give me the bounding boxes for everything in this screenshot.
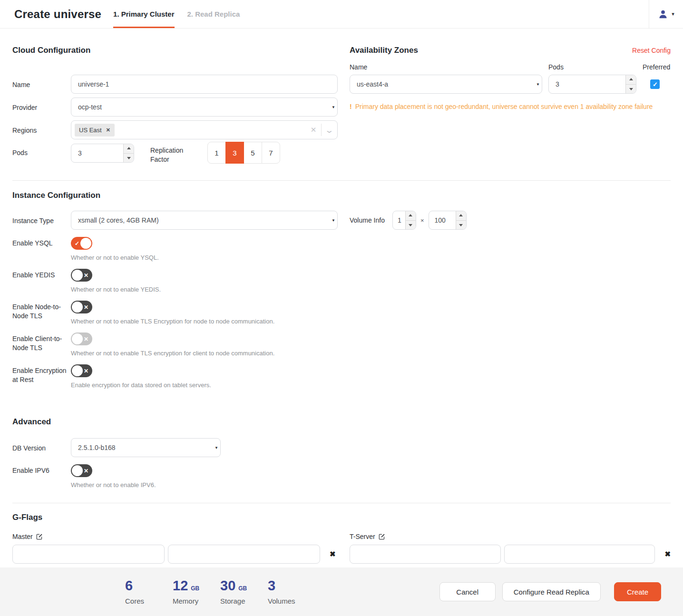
volume-info-label: Volume Info [350, 211, 385, 224]
rf-option-7[interactable]: 7 [262, 142, 280, 164]
summary-footer: 6 Cores 12GB Memory 30GB Storage 3 Volum… [0, 567, 683, 616]
configure-read-replica-button[interactable]: Configure Read Replica [502, 582, 601, 601]
toggle-state-icon [84, 336, 88, 342]
enable-yedis-toggle[interactable] [71, 269, 92, 282]
enable-client-to-node-tls-helper: Whether or not to enable TLS encryption … [71, 350, 338, 357]
master-gflags-label: Master [12, 533, 338, 540]
spinner-down-icon[interactable] [124, 154, 134, 163]
spinner-up-icon[interactable] [626, 75, 636, 85]
pods-label: Pods [12, 144, 71, 157]
tab-primary-cluster[interactable]: 1. Primary Cluster [113, 0, 174, 28]
zone-pods-stepper [548, 75, 636, 94]
user-menu[interactable]: ▾ [649, 0, 683, 28]
preferred-checkbox[interactable]: ✓ [650, 79, 660, 89]
az-preferred-header: Preferred [643, 63, 671, 71]
remove-row-icon[interactable]: ✖ [330, 550, 336, 558]
az-name-header: Name [350, 63, 542, 71]
memory-stat: 12GB Memory [173, 579, 220, 605]
toggle-knob [72, 302, 83, 313]
enable-encryption-at-rest-toggle[interactable] [71, 364, 92, 377]
enable-yedis-helper: Whether or not to enable YEDIS. [71, 286, 338, 293]
toggle-knob [72, 333, 83, 344]
remove-row-icon[interactable]: ✖ [664, 550, 671, 558]
cloud-config-heading: Cloud Configuration [12, 46, 338, 55]
geo-redundancy-warning: !Primary data placement is not geo-redun… [350, 103, 671, 110]
provider-select[interactable]: ocp-test ▼ [71, 98, 338, 117]
enable-yedis-label: Enable YEDIS [12, 269, 71, 280]
spinner-down-icon[interactable] [406, 221, 416, 230]
resource-stats: 6 Cores 12GB Memory 30GB Storage 3 Volum… [125, 579, 315, 605]
pods-stepper [71, 144, 134, 163]
volumes-stat: 3 Volumes [268, 579, 315, 605]
instance-type-select[interactable]: xsmall (2 cores, 4GB RAM) ▼ [71, 211, 338, 230]
enable-client-to-node-tls-label: Enable Client-to-Node TLS [12, 332, 71, 352]
regions-label: Regions [12, 120, 71, 135]
divider [321, 124, 322, 136]
gflags-heading: G-Flags [12, 513, 671, 522]
spinner-up-icon[interactable] [456, 211, 466, 221]
regions-multiselect[interactable]: US East ✕ ✕ ⌄ [71, 120, 338, 139]
edit-icon[interactable] [379, 533, 385, 540]
tserver-gflags-label: T-Server [350, 533, 671, 540]
enable-ysql-toggle[interactable] [71, 237, 92, 250]
enable-ysql-helper: Whether or not to enable YSQL. [71, 254, 338, 261]
app-header: Create universe 1. Primary Cluster 2. Re… [0, 0, 683, 29]
wizard-tabs: 1. Primary Cluster 2. Read Replica [113, 0, 253, 28]
advanced-heading: Advanced [12, 417, 671, 427]
enable-ipv6-toggle[interactable] [71, 464, 92, 477]
rf-option-5[interactable]: 5 [244, 142, 262, 164]
zone-pods-input[interactable] [548, 75, 636, 94]
advanced-section: Advanced DB Version 2.5.1.0-b168 ▼ Enabl… [12, 417, 671, 489]
spinner-up-icon[interactable] [406, 211, 416, 221]
spinner-up-icon[interactable] [124, 144, 134, 154]
enable-node-to-node-tls-helper: Whether or not to enable TLS Encryption … [71, 318, 338, 325]
remove-region-icon[interactable]: ✕ [106, 127, 110, 133]
toggle-knob [72, 465, 83, 476]
db-version-select[interactable]: 2.5.1.0-b168 ▼ [71, 438, 221, 457]
tserver-gflag-row: ✖ [350, 545, 671, 564]
availability-zones-section: Availability Zones Reset Config Name Pod… [350, 46, 671, 110]
cancel-button[interactable]: Cancel [439, 582, 496, 601]
select-caret-icon: ▼ [215, 446, 218, 450]
region-chip: US East ✕ [75, 124, 115, 137]
chevron-down-icon[interactable]: ⌄ [325, 127, 334, 134]
master-gflag-value-input[interactable] [168, 545, 320, 564]
provider-label: Provider [12, 98, 71, 112]
tserver-gflag-value-input[interactable] [504, 545, 655, 564]
toggle-knob [72, 270, 83, 281]
rf-option-3[interactable]: 3 [225, 142, 244, 164]
select-caret-icon: ▼ [332, 218, 335, 223]
toggle-knob [72, 365, 83, 376]
toggle-state-icon [84, 304, 88, 310]
master-gflag-row: ✖ [12, 545, 338, 564]
cloud-configuration-section: Cloud Configuration Name Provider ocp-te… [12, 46, 338, 168]
user-icon [658, 9, 668, 20]
enable-node-to-node-tls-toggle[interactable] [71, 301, 92, 313]
warning-icon: ! [350, 103, 352, 110]
instance-configuration-section: Instance Configuration Instance Type xsm… [12, 191, 338, 396]
zone-select[interactable]: us-east4-a ▼ [350, 75, 542, 94]
volume-count-stepper [392, 211, 416, 230]
toggle-state-icon [84, 273, 88, 278]
universe-name-input[interactable] [71, 75, 338, 94]
storage-stat: 30GB Storage [220, 579, 268, 605]
master-gflag-name-input[interactable] [12, 545, 165, 564]
az-pods-header: Pods [548, 63, 636, 71]
instance-type-label: Instance Type [12, 211, 71, 225]
replication-factor-group: 1 3 5 7 [207, 142, 280, 164]
select-caret-icon: ▼ [536, 82, 540, 87]
spinner-down-icon[interactable] [626, 85, 636, 94]
spinner-down-icon[interactable] [456, 221, 466, 230]
edit-icon[interactable] [36, 533, 43, 540]
reset-config-link[interactable]: Reset Config [632, 46, 671, 54]
section-divider [12, 180, 671, 181]
clear-regions-icon[interactable]: ✕ [311, 126, 317, 134]
create-button[interactable]: Create [614, 582, 661, 601]
rf-option-1[interactable]: 1 [207, 142, 226, 164]
check-icon: ✓ [653, 81, 658, 88]
enable-ipv6-helper: Whether or not to enable IPV6. [71, 481, 671, 489]
tab-read-replica[interactable]: 2. Read Replica [187, 0, 240, 28]
availability-zones-heading: Availability Zones [350, 46, 418, 55]
tserver-gflag-name-input[interactable] [350, 545, 501, 564]
enable-ipv6-label: Enable IPV6 [12, 464, 71, 475]
